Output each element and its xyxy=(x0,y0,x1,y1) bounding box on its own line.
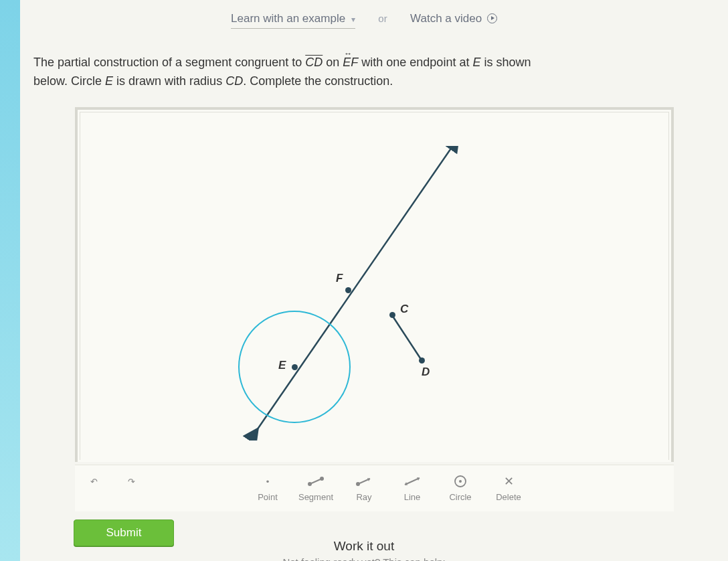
label-d: D xyxy=(422,366,430,379)
q-part: with one endpoint at xyxy=(358,56,472,69)
undo-icon: ↶ xyxy=(90,475,98,488)
label-f: F xyxy=(336,272,343,285)
point-e-dot[interactable] xyxy=(292,364,298,370)
not-feeling-ready: Not feeling ready yet? This can help: xyxy=(0,556,728,561)
label-e: E xyxy=(278,359,286,372)
delete-tool[interactable]: ✕ Delete xyxy=(484,475,533,502)
submit-label: Submit xyxy=(106,526,142,540)
question-text: The partial construction of a segment co… xyxy=(33,54,701,91)
redo-icon: ↷ xyxy=(128,475,135,488)
point-e: E xyxy=(472,56,480,69)
q-part: below. Circle xyxy=(33,74,105,88)
label-c: C xyxy=(400,303,408,316)
radius-cd: CD xyxy=(225,74,243,88)
circle-e-ref: E xyxy=(105,74,113,88)
footer-text: Work it out Not feeling ready yet? This … xyxy=(0,539,728,561)
ray-icon xyxy=(355,475,373,488)
watch-video-link[interactable]: Watch a video xyxy=(410,12,497,25)
point-c-dot[interactable] xyxy=(389,312,395,318)
svg-line-7 xyxy=(405,478,420,485)
learn-example-label: Learn with an example xyxy=(231,12,345,25)
segment-tool[interactable]: Segment xyxy=(292,475,340,502)
learn-example-link[interactable]: Learn with an example ▾ xyxy=(231,12,355,29)
q-part: is shown xyxy=(480,56,531,69)
undo-button[interactable]: ↶ Undo xyxy=(75,475,112,502)
point-f-dot[interactable] xyxy=(345,287,351,293)
circle-tool[interactable]: Circle xyxy=(436,475,484,502)
circle-label: Circle xyxy=(449,492,471,502)
or-text: or xyxy=(378,13,387,24)
point-label: Point xyxy=(258,492,278,502)
line-label: Line xyxy=(404,492,421,502)
watch-video-label: Watch a video xyxy=(410,12,482,25)
diagram: E F C D xyxy=(80,112,668,460)
redo-button[interactable]: ↷ Redo xyxy=(112,475,150,502)
construction-canvas[interactable]: E F C D xyxy=(75,107,674,462)
segment-label: Segment xyxy=(298,492,333,502)
point-icon: • xyxy=(266,475,270,488)
q-part: on xyxy=(323,56,343,69)
ray-label: Ray xyxy=(356,492,371,502)
ray-tool[interactable]: Ray xyxy=(340,475,388,502)
toolbar: ↶ Undo ↷ Redo • Point Segment Ray Line C… xyxy=(75,465,674,511)
q-part: is drawn with radius xyxy=(113,74,225,88)
svg-line-1 xyxy=(392,315,422,360)
point-d-dot[interactable] xyxy=(419,357,425,364)
line-icon xyxy=(403,475,422,488)
delete-icon: ✕ xyxy=(504,475,514,488)
top-help-links: Learn with an example ▾ or Watch a video xyxy=(0,12,728,29)
chevron-down-icon: ▾ xyxy=(351,15,355,24)
delete-label: Delete xyxy=(496,492,521,502)
left-gradient-bar xyxy=(0,0,20,561)
svg-point-4 xyxy=(320,477,324,481)
segment-cd: CD xyxy=(305,56,323,69)
q-part: . Complete the construction. xyxy=(243,74,393,88)
svg-point-9 xyxy=(459,480,462,483)
line-ef-symbol: EF xyxy=(343,56,358,69)
circle-icon xyxy=(453,475,468,488)
segment-icon xyxy=(306,475,325,488)
work-it-out: Work it out xyxy=(0,539,728,554)
point-tool[interactable]: • Point xyxy=(244,475,292,502)
play-icon xyxy=(487,13,497,23)
line-tool[interactable]: Line xyxy=(388,475,436,502)
q-part: The partial construction of a segment co… xyxy=(33,56,305,69)
canvas-inner: E F C D xyxy=(80,112,669,460)
